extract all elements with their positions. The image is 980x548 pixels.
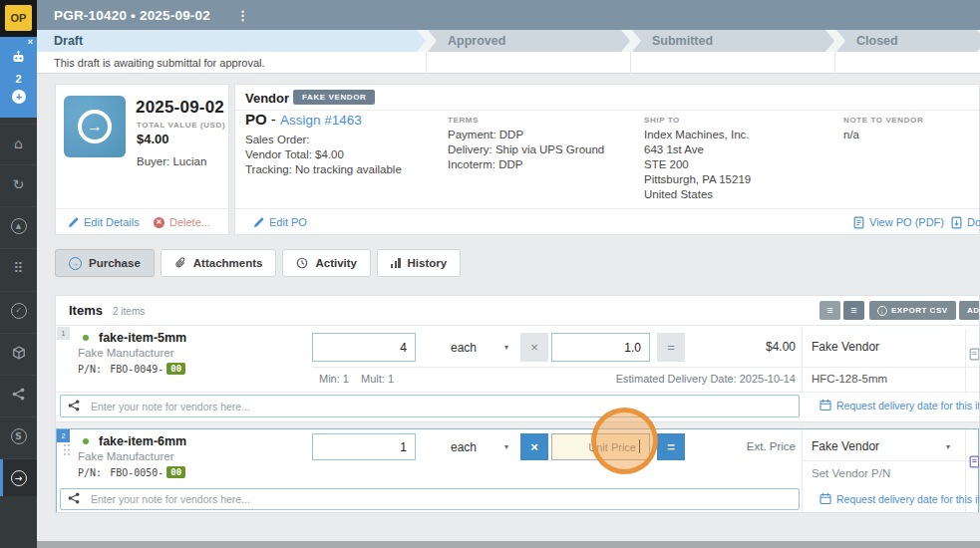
- total-value-label: TOTAL VALUE (USD): [137, 121, 225, 130]
- paperclip-icon: [174, 257, 186, 269]
- pn-value: FBO-0049-: [110, 364, 163, 375]
- po-assign-link[interactable]: Assign #1463: [280, 113, 362, 128]
- item-manufacturer: Fake Manufacturer: [78, 347, 174, 359]
- multiply-icon: ×: [520, 433, 548, 460]
- items-card: Items 2 items ≡ ≡ ↓ EXPORT CSV ADD UNMAN…: [55, 295, 980, 513]
- estimated-delivery-date: Estimated Delivery Date: 2025-10-14: [494, 373, 796, 385]
- request-delivery-link[interactable]: Request delivery date for this item: [836, 493, 980, 505]
- vendor-select[interactable]: Fake Vendor: [812, 433, 879, 460]
- edit-po-label: Edit PO: [269, 216, 307, 228]
- top-bar: PGR-10420 • 2025-09-02 ⋮: [37, 0, 980, 30]
- workflow-step-draft: Draft APPROVE: [37, 30, 426, 52]
- workflow-step-label: Submitted: [652, 34, 713, 48]
- uom-select[interactable]: each ▾: [423, 433, 514, 460]
- uom-value: each: [423, 440, 504, 454]
- sidebar-item-sync[interactable]: ↻: [0, 164, 37, 202]
- tab-label: Attachments: [193, 257, 263, 269]
- circle-arrow-icon: →: [78, 110, 112, 143]
- tab-history[interactable]: History: [377, 249, 461, 277]
- document-download-icon: [951, 216, 962, 229]
- pencil-icon: [68, 217, 79, 228]
- ship-to-line: 643 1st Ave: [644, 143, 704, 155]
- sidebar-item-apps[interactable]: ⠿: [0, 248, 37, 286]
- set-vendor-pn-placeholder[interactable]: Set Vendor P/N: [812, 467, 890, 479]
- pn-revision-badge: 00: [166, 363, 185, 375]
- terms-heading: TERMS: [448, 116, 479, 125]
- sidebar-item-inventory[interactable]: [0, 333, 37, 371]
- sidebar-item-home[interactable]: ⌂: [0, 124, 37, 161]
- unit-price-input[interactable]: [551, 333, 650, 362]
- po-line: PO - Assign #1463: [245, 111, 362, 128]
- workflow-step-approved: Approved: [428, 30, 630, 52]
- drag-handle[interactable]: [63, 443, 71, 456]
- detail-view-toggle[interactable]: ≡: [843, 301, 864, 320]
- tab-purchase[interactable]: → Purchase: [55, 249, 155, 277]
- chevron-down-icon: ▾: [946, 433, 950, 460]
- view-po-button[interactable]: View PO (PDF): [853, 209, 944, 235]
- vendor-name-badge[interactable]: FAKE VENDOR: [293, 90, 375, 105]
- request-delivery-link[interactable]: Request delivery date for this item: [836, 400, 980, 411]
- uom-select[interactable]: each ▾: [423, 333, 514, 362]
- tab-activity[interactable]: Activity: [282, 249, 371, 277]
- list-view-toggle[interactable]: ≡: [819, 301, 840, 320]
- edit-po-button[interactable]: Edit PO: [253, 209, 307, 235]
- purchase-circle-arrow-icon: →: [69, 257, 82, 270]
- item-document-icon[interactable]: [969, 348, 980, 361]
- edit-details-button[interactable]: Edit Details: [68, 209, 140, 235]
- clock-icon: [296, 257, 308, 269]
- delete-label: Delete...: [169, 216, 210, 228]
- quantity-input[interactable]: [312, 433, 416, 460]
- page-title: PGR-10420 • 2025-09-02: [54, 8, 210, 23]
- kebab-menu-icon[interactable]: ⋮: [236, 8, 249, 23]
- workspace-badge[interactable]: OP: [5, 5, 32, 31]
- add-icon[interactable]: +: [12, 90, 26, 104]
- app-window: OP × 2 + ⌂ ↻ ▲ ⠿ ✓ S → PGR-10420 • 2025-…: [0, 0, 980, 548]
- horizontal-scrollbar[interactable]: [37, 541, 980, 548]
- delete-button[interactable]: ✕ Delete...: [154, 209, 210, 235]
- draft-status-message: This draft is awaiting submittal for app…: [54, 52, 265, 74]
- pencil-icon: [253, 217, 264, 228]
- bar-chart-icon: [391, 258, 401, 268]
- add-unmanaged-button[interactable]: ADD UNMANA: [959, 301, 980, 320]
- close-icon[interactable]: ×: [28, 37, 33, 47]
- add-unmanaged-label: ADD UNMANA: [967, 306, 980, 315]
- sidebar-item-billing[interactable]: S: [0, 416, 37, 454]
- tab-attachments[interactable]: Attachments: [161, 249, 277, 277]
- pn-label: P/N:: [78, 364, 102, 375]
- vendor-note-input[interactable]: [60, 488, 800, 510]
- vendor-note-input[interactable]: [60, 395, 800, 417]
- item-status-icon: [83, 438, 89, 444]
- vendor-total-line: Vendor Total: $4.00: [245, 148, 344, 160]
- sidebar-item-quality[interactable]: ✓: [0, 291, 37, 329]
- quantity-input[interactable]: [312, 333, 416, 362]
- note-to-vendor-value: n/a: [843, 129, 859, 140]
- item-document-icon[interactable]: [969, 455, 980, 468]
- notification-panel: × 2 +: [0, 37, 37, 118]
- export-csv-button[interactable]: ↓ EXPORT CSV: [869, 301, 956, 320]
- download-po-button[interactable]: Down: [951, 209, 980, 235]
- sidebar-item-parts[interactable]: ▲: [0, 206, 37, 244]
- item-name[interactable]: fake-item-6mm: [99, 434, 186, 448]
- ship-to-line: Index Machines, Inc.: [644, 129, 749, 140]
- extended-price: $4.00: [694, 333, 796, 362]
- item-name[interactable]: fake-item-5mm: [99, 331, 186, 345]
- row-number-badge: 1: [57, 327, 70, 340]
- sidebar: OP × 2 + ⌂ ↻ ▲ ⠿ ✓ S →: [0, 0, 37, 548]
- equals-icon: =: [657, 433, 685, 460]
- download-po-label: Down: [967, 216, 980, 228]
- share-icon: [12, 388, 25, 401]
- export-csv-label: EXPORT CSV: [891, 306, 948, 315]
- mult-quantity: Mult: 1: [361, 373, 394, 385]
- equals-icon: =: [657, 333, 685, 362]
- buyer-label: Buyer: Lucian: [137, 155, 206, 167]
- unit-price-input-focused[interactable]: [551, 433, 650, 460]
- order-date: 2025-09-02: [136, 98, 224, 118]
- notification-count: 2: [0, 73, 37, 85]
- sidebar-item-procurement[interactable]: →: [0, 458, 37, 496]
- terms-line: Delivery: Ship via UPS Ground: [448, 143, 604, 155]
- sales-order-line: Sales Order:: [245, 134, 310, 145]
- ship-to-line: United States: [644, 188, 713, 200]
- min-quantity: Min: 1: [319, 373, 349, 385]
- detail-tabs: → Purchase Attachments Activity History: [55, 249, 461, 277]
- sidebar-item-share[interactable]: [0, 375, 37, 412]
